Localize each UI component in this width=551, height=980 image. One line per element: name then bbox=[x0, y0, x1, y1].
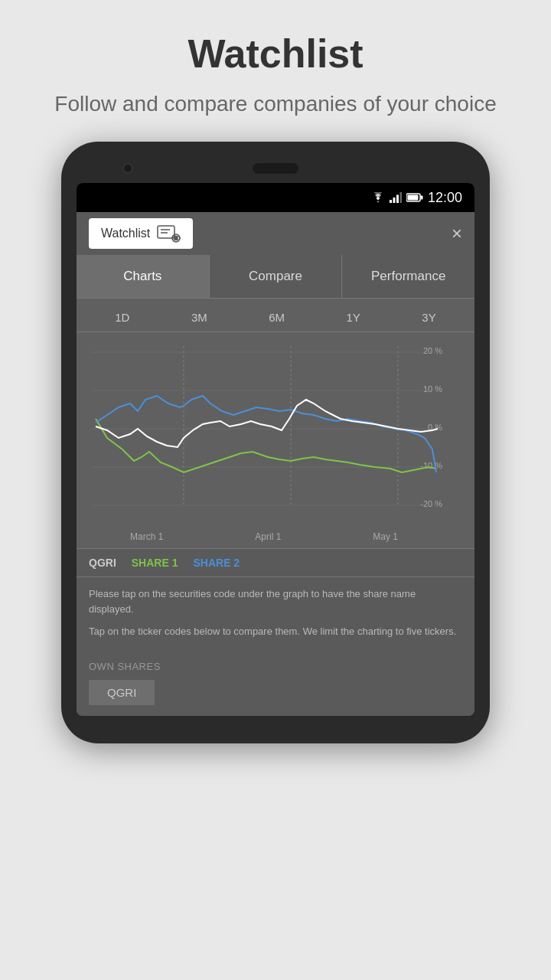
page-subtitle: Follow and compare companies of your cho… bbox=[54, 89, 496, 119]
svg-text:10 %: 10 % bbox=[423, 384, 442, 394]
svg-rect-7 bbox=[158, 226, 174, 238]
x-label-may: May 1 bbox=[373, 531, 398, 542]
tabs-container: Charts Compare Performance bbox=[77, 255, 474, 299]
own-shares-section: OWN SHARES QGRI bbox=[77, 655, 474, 716]
phone-screen: 12:00 Watchlist × bbox=[77, 183, 474, 716]
legend-share1[interactable]: SHARE 1 bbox=[132, 557, 178, 569]
tab-performance[interactable]: Performance bbox=[342, 255, 474, 298]
ticker-qgri-button[interactable]: QGRI bbox=[89, 680, 155, 705]
chart-area: 1D 3M 6M 1Y 3Y 20 % 10 % 0 % -10 % -20 % bbox=[77, 299, 474, 548]
own-shares-label: OWN SHARES bbox=[89, 661, 462, 672]
phone-camera bbox=[122, 163, 133, 174]
time-6m[interactable]: 6M bbox=[262, 309, 291, 325]
x-label-april: April 1 bbox=[255, 531, 281, 542]
watchlist-button[interactable]: Watchlist bbox=[89, 218, 193, 249]
svg-rect-2 bbox=[396, 195, 399, 204]
page-title: Watchlist bbox=[54, 31, 496, 77]
close-button[interactable]: × bbox=[452, 223, 462, 244]
svg-rect-3 bbox=[399, 192, 402, 203]
svg-text:20 %: 20 % bbox=[423, 346, 442, 355]
svg-rect-5 bbox=[407, 195, 418, 201]
app-bar: Watchlist × bbox=[77, 212, 474, 255]
svg-rect-6 bbox=[420, 196, 422, 200]
battery-icon bbox=[406, 193, 423, 202]
tab-charts[interactable]: Charts bbox=[77, 255, 210, 298]
status-icons: 12:00 bbox=[371, 190, 462, 206]
info-text-1: Please tap on the securities code under … bbox=[89, 586, 462, 616]
svg-rect-1 bbox=[393, 198, 395, 203]
x-label-march: March 1 bbox=[130, 531, 163, 542]
time-range-selector: 1D 3M 6M 1Y 3Y bbox=[77, 299, 474, 332]
legend-share2[interactable]: SHARE 2 bbox=[193, 557, 240, 569]
watchlist-button-label: Watchlist bbox=[101, 227, 150, 240]
wifi-icon bbox=[371, 192, 385, 203]
phone-speaker bbox=[253, 163, 298, 174]
legend-row: QGRI SHARE 1 SHARE 2 bbox=[77, 548, 474, 577]
tab-compare[interactable]: Compare bbox=[210, 255, 343, 298]
svg-rect-0 bbox=[390, 200, 392, 203]
status-time: 12:00 bbox=[428, 190, 462, 206]
signal-icon bbox=[390, 192, 402, 203]
phone-top-bar bbox=[77, 163, 474, 174]
watchlist-icon bbox=[156, 224, 181, 243]
x-axis-labels: March 1 April 1 May 1 bbox=[77, 528, 474, 548]
time-1d[interactable]: 1D bbox=[109, 309, 135, 325]
info-text-2: Tap on the ticker codes below to compare… bbox=[89, 624, 462, 639]
page-header: Watchlist Follow and compare companies o… bbox=[8, 0, 542, 142]
legend-qgri[interactable]: QGRI bbox=[89, 557, 116, 569]
time-1y[interactable]: 1Y bbox=[341, 309, 367, 325]
info-section: Please tap on the securities code under … bbox=[77, 577, 474, 655]
time-3m[interactable]: 3M bbox=[185, 309, 214, 325]
chart-svg: 20 % 10 % 0 % -10 % -20 % bbox=[84, 338, 467, 522]
status-bar: 12:00 bbox=[77, 183, 474, 212]
svg-text:-20 %: -20 % bbox=[420, 499, 442, 508]
svg-point-11 bbox=[174, 237, 178, 240]
phone-shell: 12:00 Watchlist × bbox=[61, 142, 490, 743]
time-3y[interactable]: 3Y bbox=[416, 309, 442, 325]
chart-svg-container: 20 % 10 % 0 % -10 % -20 % bbox=[77, 332, 474, 528]
